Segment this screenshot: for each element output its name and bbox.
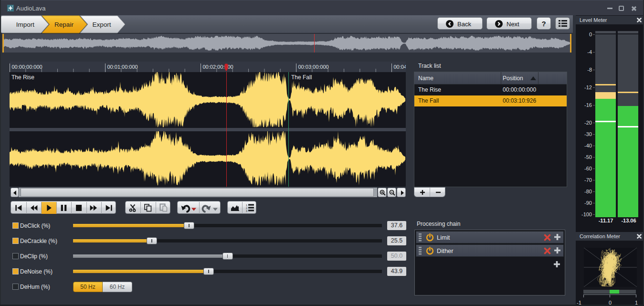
svg-text:3: 3 [246,210,247,212]
svg-text:00:02:00:000: 00:02:00:000 [203,64,233,70]
svg-text:Export: Export [92,21,111,28]
svg-text:00:01:00:000: 00:01:00:000 [107,64,138,70]
svg-text:Import: Import [16,21,35,28]
svg-text:00:00:00:000: 00:00:00:000 [12,64,42,70]
svg-text:Repair: Repair [54,21,74,28]
svg-text:00:04:00:000: 00:04:00:000 [394,64,406,70]
svg-text:00:03:00:000: 00:03:00:000 [298,64,329,70]
